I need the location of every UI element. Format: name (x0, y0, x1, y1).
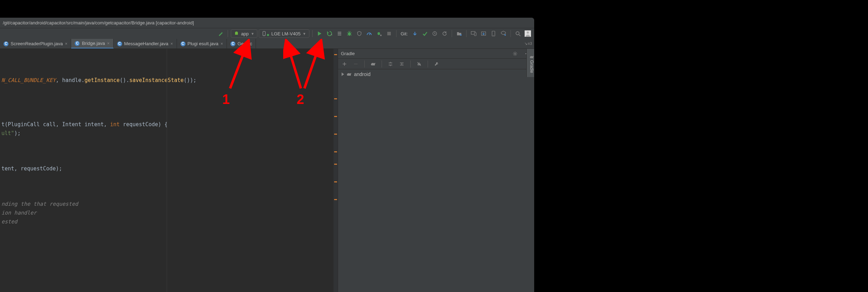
apply-changes-icon[interactable]: A (325, 29, 334, 38)
apply-code-changes-icon[interactable] (335, 29, 344, 38)
tab-label: Plugi esult.java (188, 41, 218, 46)
debug-button[interactable] (345, 29, 354, 38)
toolbar-separator (510, 30, 511, 37)
side-tab-label: Gradle (529, 60, 534, 73)
warning-stripe-mark[interactable] (334, 98, 337, 99)
class-icon: C (4, 41, 8, 46)
svg-text:A: A (331, 33, 332, 36)
git-history-icon[interactable] (430, 29, 439, 38)
toolbar-separator (382, 60, 382, 68)
add-icon[interactable] (340, 60, 349, 68)
tab-label: MessageHandler.java (124, 41, 169, 46)
git-update-icon[interactable] (411, 29, 419, 38)
warning-stripe-mark[interactable] (334, 54, 337, 55)
device-manager-icon[interactable] (489, 29, 498, 38)
class-icon: C (117, 41, 122, 46)
collapse-all-icon[interactable] (398, 60, 406, 68)
warning-stripe-mark[interactable] (334, 199, 337, 200)
git-rollback-icon[interactable] (440, 29, 449, 38)
gradle-elephant-icon (346, 72, 352, 77)
run-button[interactable] (315, 29, 324, 38)
editor-tab[interactable]: C Geoloc (227, 39, 256, 48)
expand-all-icon[interactable] (386, 60, 395, 68)
chevron-down-icon: ▼ (251, 32, 255, 36)
gradle-tool-window: Gradle (338, 49, 534, 292)
remove-icon[interactable] (352, 60, 360, 68)
toolbar-separator (410, 60, 411, 68)
build-hammer-icon[interactable] (216, 29, 225, 38)
git-commit-icon[interactable] (421, 29, 429, 38)
gradle-elephant-icon[interactable] (369, 60, 377, 68)
editor-tab[interactable]: C Plugi esult.java × (177, 39, 227, 48)
sdk-manager-icon[interactable] (479, 29, 488, 38)
gradle-panel-title: Gradle (341, 51, 355, 56)
editor-ruler (167, 49, 167, 292)
editor-error-stripe[interactable] (333, 49, 338, 292)
avd-manager-icon[interactable] (469, 29, 478, 38)
warning-stripe-mark[interactable] (334, 116, 337, 117)
gradle-side-tab[interactable]: Gradle (526, 49, 534, 77)
svg-point-19 (514, 53, 516, 54)
svg-point-15 (493, 35, 494, 36)
tabs-overflow-label: ↘≡3 (524, 41, 532, 46)
gradle-elephant-icon (529, 55, 534, 59)
wrench-icon[interactable] (432, 60, 441, 68)
close-icon[interactable]: × (65, 41, 67, 46)
toolbar-separator (452, 30, 452, 37)
window-title: /git/capacitor/android/capacitor/src/mai… (3, 20, 194, 25)
gradle-project-node[interactable]: android (342, 71, 531, 77)
device-selector[interactable]: LGE LM-V405 ▼ (259, 29, 309, 38)
tab-label: Geoloc (238, 41, 252, 46)
gradle-project-name: android (354, 71, 371, 77)
class-icon: C (181, 41, 185, 46)
run-config-selector[interactable]: app ▼ (231, 29, 258, 38)
toolbar-separator (228, 30, 228, 37)
editor-tab[interactable]: C Bridge.java × (71, 39, 113, 48)
gradle-toolbar (338, 59, 534, 69)
editor-tabs: C ScreenReaderPlugin.java × C Bridge.jav… (0, 39, 534, 49)
status-dot-icon (267, 34, 269, 36)
search-everywhere-icon[interactable] (514, 29, 522, 38)
code-editor[interactable]: N_CALL_BUNDLE_KEY, handle.getInstance().… (0, 49, 333, 292)
svg-point-8 (377, 32, 380, 35)
close-icon[interactable]: × (221, 41, 223, 46)
attach-debugger-icon[interactable] (375, 29, 383, 38)
svg-point-16 (516, 31, 519, 35)
close-icon[interactable]: × (171, 41, 173, 46)
svg-rect-6 (338, 35, 341, 35)
phone-icon (262, 31, 266, 36)
svg-point-7 (348, 32, 351, 36)
git-label: Git: (401, 31, 408, 36)
warning-stripe-mark[interactable] (334, 134, 337, 135)
editor-tab[interactable]: C MessageHandler.java × (114, 39, 177, 48)
gradle-panel-header: Gradle (338, 49, 534, 59)
class-icon: C (230, 41, 235, 46)
svg-point-1 (264, 35, 264, 35)
warning-stripe-mark[interactable] (334, 151, 337, 152)
warning-stripe-mark[interactable] (334, 181, 337, 182)
coverage-icon[interactable] (355, 29, 364, 38)
offline-mode-icon[interactable] (415, 60, 423, 68)
close-icon[interactable]: × (107, 41, 110, 46)
toolbar-separator (312, 30, 313, 37)
svg-point-2 (267, 34, 269, 36)
gradle-project-tree[interactable]: android (338, 69, 534, 79)
svg-rect-12 (474, 33, 476, 36)
stop-button[interactable] (385, 29, 393, 38)
resource-manager-icon[interactable] (499, 29, 508, 38)
open-file-icon[interactable] (455, 29, 463, 38)
tabs-overflow-indicator[interactable]: ↘≡3 (524, 39, 534, 48)
run-config-label: app (241, 31, 249, 36)
class-icon: C (75, 41, 80, 46)
svg-rect-4 (338, 32, 341, 33)
svg-point-18 (527, 31, 529, 34)
warning-stripe-mark[interactable] (334, 164, 337, 165)
svg-rect-5 (338, 33, 341, 34)
expand-arrow-icon[interactable] (342, 72, 344, 76)
window-titlebar: /git/capacitor/android/capacitor/src/mai… (0, 18, 534, 28)
user-avatar-icon[interactable] (524, 29, 532, 38)
editor-tab[interactable]: C ScreenReaderPlugin.java × (0, 39, 71, 48)
toolbar-separator (396, 30, 396, 37)
gear-icon[interactable] (511, 49, 519, 58)
profiler-icon[interactable] (365, 29, 373, 38)
